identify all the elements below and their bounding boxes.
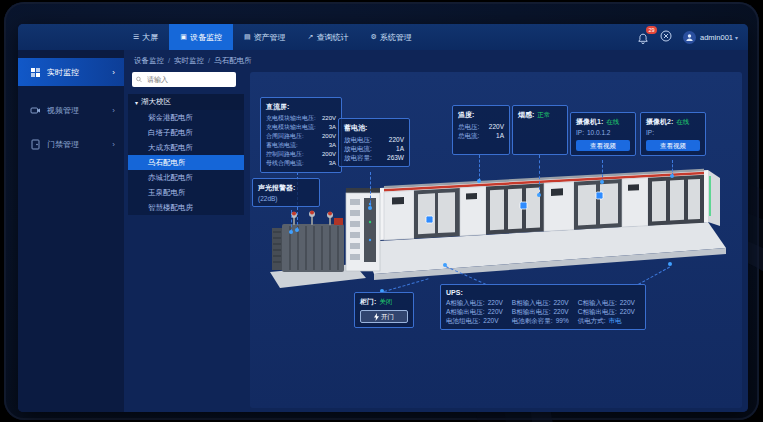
fullscreen-button[interactable] xyxy=(660,28,672,46)
tree-item-selected[interactable]: 乌石配电所 xyxy=(128,155,244,170)
connector-dot xyxy=(670,174,674,178)
tree-collapse-icon: ▾ xyxy=(135,99,138,106)
metric-value: 3A xyxy=(329,159,336,168)
alarm-value: (22dB) xyxy=(258,195,314,202)
status-badge: 关闭 xyxy=(379,297,392,306)
metric-label: C相输入电压: xyxy=(578,298,617,307)
username: admin001 xyxy=(700,33,733,42)
tree-item[interactable]: 白塔子配电所 xyxy=(128,125,244,140)
connector-line xyxy=(479,155,480,181)
metric-value: 220V xyxy=(389,135,404,144)
tree-item[interactable]: 大成东配电所 xyxy=(128,140,244,155)
tab-dashboard[interactable]: ☰ 大屏 xyxy=(122,24,169,50)
search-input[interactable] xyxy=(145,75,232,84)
breadcrumb-separator: / xyxy=(208,56,210,66)
app-window: ☰ 大屏 ▣ 设备监控 ▤ 资产管理 ↗ 查询统计 ⚙ 系统管理 xyxy=(18,24,748,412)
tab-device-monitoring[interactable]: ▣ 设备监控 xyxy=(169,24,233,50)
sidebar-item-access-control[interactable]: 门禁管理 › xyxy=(18,130,124,158)
chevron-right-icon: › xyxy=(112,68,115,77)
metric-label: C相输出电压: xyxy=(578,307,617,316)
station-visual-panel: 直流屏: 充电模块输出电压:220V 充电模块输出电流:3A 合闸回路电压:20… xyxy=(250,72,742,408)
metric-label: 母线合闸电流: xyxy=(266,159,304,168)
navbar-right: 29 admin001 ▾ xyxy=(637,24,738,50)
user-menu[interactable]: admin001 ▾ xyxy=(683,31,738,44)
tab-query-statistics[interactable]: ↗ 查询统计 xyxy=(297,24,360,50)
device-monitor-icon: ▣ xyxy=(180,33,187,41)
sidebar-item-video-management[interactable]: 视频管理 › xyxy=(18,96,124,124)
metric-value: 3A xyxy=(329,141,336,150)
camera2-panel: 摄像机2:在线 IP: 查看视频 xyxy=(640,112,706,156)
metric-value: 220V xyxy=(483,316,498,325)
notifications-button[interactable]: 29 xyxy=(637,31,649,43)
breadcrumb-item[interactable]: 乌石配电所 xyxy=(214,56,252,66)
user-icon xyxy=(685,33,694,42)
metric-label: A相输出电压: xyxy=(446,307,485,316)
panel-title: 温度: xyxy=(458,110,504,120)
tree-item[interactable]: 智慧楼配电房 xyxy=(128,200,244,215)
panel-title: 摄像机1: xyxy=(576,117,603,126)
smoke-sensor-panel: 烟感:正常 xyxy=(512,105,568,155)
status-badge: 正常 xyxy=(537,110,550,119)
metric-label: 充电模块输出电流: xyxy=(266,123,316,132)
tree-root-node[interactable]: ▾ 湖大校区 xyxy=(128,94,244,110)
tab-label: 设备监控 xyxy=(190,32,222,43)
panel-title: 直流屏: xyxy=(266,102,336,112)
bell-icon xyxy=(637,33,649,45)
ups-phase-b: B相输入电压:220V B相输出电压:220V 电池剩余容量:99% xyxy=(512,298,569,325)
connector-line xyxy=(602,160,603,182)
content-area: 设备监控 / 实时监控 / 乌石配电所 ▾ 湖大校区 紫金港配电所 xyxy=(124,50,748,412)
ups-phase-a: A相输入电压:220V A相输出电压:220V 电池组电压:220V xyxy=(446,298,503,325)
metric-value: 220V xyxy=(554,307,569,316)
sidebar-item-label: 门禁管理 xyxy=(47,139,79,150)
metric-value: 99% xyxy=(556,316,569,325)
panel-title: 烟感: xyxy=(518,110,534,119)
panel-title: 蓄电池: xyxy=(344,123,404,133)
statistics-icon: ↗ xyxy=(308,33,314,41)
ups-phase-c: C相输入电压:220V C相输出电压:220V 供电方式:市电 xyxy=(578,298,635,325)
metric-value: 263W xyxy=(387,153,404,162)
metric-label: 蓄电池电流: xyxy=(266,141,298,150)
monitor-grid-icon xyxy=(30,67,41,78)
breadcrumb-item[interactable]: 设备监控 xyxy=(134,56,164,66)
ip-label: IP: xyxy=(646,128,654,137)
connector-line xyxy=(539,155,540,195)
tab-asset-management[interactable]: ▤ 资产管理 xyxy=(233,24,297,50)
metric-label: 放电容量: xyxy=(344,153,372,162)
metric-label: B相输出电压: xyxy=(512,307,551,316)
chevron-right-icon: › xyxy=(112,140,115,149)
metric-label: 电池剩余容量: xyxy=(512,316,553,325)
panel-title: 声光报警器: xyxy=(258,183,314,193)
connector-dot xyxy=(368,206,372,210)
view-video-button[interactable]: 查看视频 xyxy=(576,140,630,151)
temperature-panel: 温度: 总电压:220V 总电流:1A xyxy=(452,105,510,155)
connector-dot xyxy=(668,262,672,266)
asset-icon: ▤ xyxy=(244,33,251,41)
chevron-right-icon: › xyxy=(112,106,115,115)
top-navbar: ☰ 大屏 ▣ 设备监控 ▤ 资产管理 ↗ 查询统计 ⚙ 系统管理 xyxy=(18,24,748,50)
connector-dot xyxy=(443,263,447,267)
chevron-down-icon: ▾ xyxy=(735,34,738,41)
metric-value: 220V xyxy=(554,298,569,307)
metric-value: 220V xyxy=(488,298,503,307)
open-door-button[interactable]: 开门 xyxy=(360,310,408,323)
sidebar-item-realtime-monitoring[interactable]: 实时监控 › xyxy=(18,58,124,86)
connector-dot xyxy=(477,179,481,183)
monitor-frame: ☰ 大屏 ▣ 设备监控 ▤ 资产管理 ↗ 查询统计 ⚙ 系统管理 xyxy=(4,2,759,420)
panel-title: 柜门: xyxy=(360,297,376,306)
tree-item[interactable]: 玉泉配电所 xyxy=(128,185,244,200)
tree-item[interactable]: 赤城北配电所 xyxy=(128,170,244,185)
tree-item[interactable]: 紫金港配电所 xyxy=(128,110,244,125)
connector-dot xyxy=(537,193,541,197)
tab-label: 大屏 xyxy=(142,32,158,43)
panel-title: UPS: xyxy=(446,289,640,296)
connector-dot xyxy=(295,228,299,232)
metric-label: 控制回路电压: xyxy=(266,150,304,159)
view-video-button[interactable]: 查看视频 xyxy=(646,140,700,151)
breadcrumb-item[interactable]: 实时监控 xyxy=(174,56,204,66)
tab-system-management[interactable]: ⚙ 系统管理 xyxy=(359,24,422,50)
cabinet-door-panel: 柜门:关闭 开门 xyxy=(354,292,414,328)
connector-line xyxy=(370,172,371,208)
door-icon xyxy=(30,139,41,150)
tab-label: 资产管理 xyxy=(254,32,286,43)
metric-label: 电池组电压: xyxy=(446,316,480,325)
